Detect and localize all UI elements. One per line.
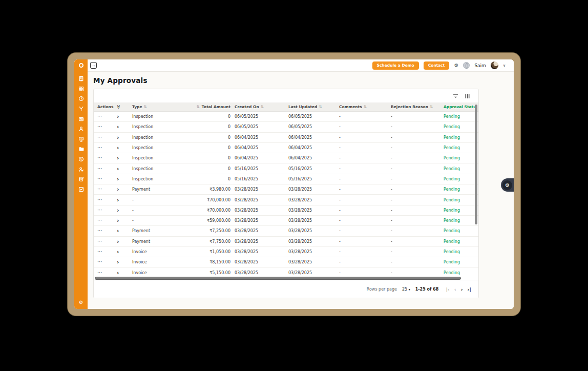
chevron-down-icon[interactable]: ∨ [503,64,506,68]
expand-all-icon[interactable]: ≫ [116,105,121,109]
sidebar-item-archive-icon[interactable] [76,174,86,184]
header-last-updated[interactable]: Last Updated⇅ [284,105,335,109]
row-actions-menu-icon[interactable]: ⋯ [97,208,103,213]
row-expand-icon[interactable]: › [117,228,119,234]
cell-comments: - [335,198,387,202]
sort-icon[interactable]: ⇅ [319,105,322,109]
cell-total-amount: 0 [196,135,230,140]
sidebar-item-modules-icon[interactable] [76,84,86,94]
row-expand-icon[interactable]: › [117,218,119,223]
app-logo[interactable] [74,59,88,72]
row-expand-icon[interactable]: › [117,124,119,130]
floating-settings-button[interactable]: ⚙ [501,178,514,192]
sidebar-item-line-chart-icon[interactable] [76,184,86,195]
sidebar-item-folder-icon[interactable] [76,144,86,154]
sidebar-settings-icon[interactable]: ⚙ [79,300,83,309]
sidebar-item-user-icon[interactable] [76,124,86,134]
row-actions-menu-icon[interactable]: ⋯ [97,156,103,160]
row-actions-menu-icon[interactable]: ⋯ [97,218,103,223]
table-row[interactable]: ⋯ › Inspection 0 05/16/2025 05/16/2025 -… [94,163,478,174]
table-row[interactable]: ⋯ › Inspection 0 06/05/2025 06/05/2025 -… [94,122,478,132]
table-row[interactable]: ⋯ › Invoice ₹1,050.00 03/28/2025 03/28/2… [94,247,478,257]
vertical-scrollbar[interactable] [475,105,477,224]
table-row[interactable]: ⋯ › Inspection 0 06/04/2025 06/04/2025 -… [94,143,478,153]
rows-per-page-select[interactable]: 25 ▾ [402,287,410,292]
header-created-on[interactable]: Created On⇅ [230,105,284,109]
header-approval-status[interactable]: Approval Status⇅ [439,105,475,109]
row-expand-icon[interactable]: › [117,239,119,244]
table-row[interactable]: ⋯ › - ₹59,000.00 03/28/2025 03/28/2025 -… [94,216,478,226]
row-actions-menu-icon[interactable]: ⋯ [97,250,103,254]
row-expand-icon[interactable]: › [117,145,119,151]
row-expand-icon[interactable]: › [117,135,119,140]
header-type[interactable]: Type⇅ [130,105,196,109]
sidebar-item-clock-icon[interactable] [76,94,86,104]
last-page-button[interactable]: ›| [468,286,471,292]
horizontal-scrollbar-thumb[interactable] [95,277,461,280]
table-row[interactable]: ⋯ › - ₹70,000.00 03/28/2025 03/28/2025 -… [94,195,478,205]
next-page-button[interactable]: › [461,286,463,292]
table-row[interactable]: ⋯ › Inspection 0 06/05/2025 06/05/2025 -… [94,112,478,122]
row-expand-icon[interactable]: › [117,155,119,161]
schedule-demo-button[interactable]: Schedule a Demo [372,61,419,70]
sidebar-item-id-card-icon[interactable] [76,114,86,124]
row-expand-icon[interactable]: › [117,208,119,213]
header-rejection-reason[interactable]: Rejection Reason⇅ [387,105,439,109]
sidebar-toggle-button[interactable]: → [90,62,97,69]
table-row[interactable]: ⋯ › Invoice ₹8,150.00 03/28/2025 03/28/2… [94,257,478,267]
row-expand-icon[interactable]: › [117,270,119,276]
table-row[interactable]: ⋯ › Payment ₹7,250.00 03/28/2025 03/28/2… [94,226,478,236]
row-expand-icon[interactable]: › [117,166,119,172]
row-expand-icon[interactable]: › [117,197,119,203]
horizontal-scrollbar[interactable] [94,277,475,281]
sort-icon[interactable]: ⇅ [144,105,147,109]
row-actions-menu-icon[interactable]: ⋯ [97,187,103,192]
row-expand-icon[interactable]: › [117,249,119,255]
row-expand-icon[interactable]: › [117,114,119,119]
row-actions-menu-icon[interactable]: ⋯ [97,114,103,119]
cell-last-updated: 06/04/2025 [284,135,335,140]
sort-icon[interactable]: ⇅ [261,105,264,109]
user-avatar[interactable] [491,61,498,69]
row-actions-menu-icon[interactable]: ⋯ [97,229,103,233]
columns-icon[interactable] [465,93,470,99]
header-total-amount[interactable]: ⇅Total Amount [196,105,230,109]
sort-icon[interactable]: ⇅ [364,105,367,109]
table-row[interactable]: ⋯ › Payment ₹3,980.00 03/28/2025 03/28/2… [94,184,478,195]
prev-page-button[interactable]: ‹ [454,286,456,292]
row-actions-menu-icon[interactable]: ⋯ [97,271,103,275]
header-expand-all[interactable]: ≫ [114,105,130,109]
first-page-button[interactable]: |‹ [446,286,449,292]
sidebar-item-board-chart-icon[interactable] [76,134,86,145]
row-actions-menu-icon[interactable]: ⋯ [97,177,103,181]
sidebar-item-pipeline-icon[interactable] [76,104,86,114]
row-actions-menu-icon[interactable]: ⋯ [97,239,103,244]
cell-created-on: 06/04/2025 [230,135,284,140]
sort-icon[interactable]: ⇅ [197,105,200,109]
row-actions-menu-icon[interactable]: ⋯ [97,198,103,202]
row-actions-menu-icon[interactable]: ⋯ [97,146,103,150]
sidebar-item-currency-icon[interactable] [76,154,86,164]
row-actions-menu-icon[interactable]: ⋯ [97,125,103,129]
row-actions-menu-icon[interactable]: ⋯ [97,135,103,140]
globe-icon[interactable] [463,62,470,69]
contact-button[interactable]: Contact [424,61,450,70]
sidebar-item-user-badge-icon[interactable] [76,164,86,174]
row-expand-icon[interactable]: › [117,176,119,182]
table-row[interactable]: ⋯ › Inspection 0 06/04/2025 06/04/2025 -… [94,133,478,143]
cell-comments: - [335,146,387,150]
table-row[interactable]: ⋯ › Inspection 0 05/16/2025 05/16/2025 -… [94,174,478,184]
sort-icon[interactable]: ⇅ [430,105,433,109]
row-actions-menu-icon[interactable]: ⋯ [97,167,103,171]
row-expand-icon[interactable]: › [117,259,119,265]
table-row[interactable]: ⋯ › - ₹70,000.00 03/28/2025 03/28/2025 -… [94,205,478,216]
row-expand-icon[interactable]: › [117,187,119,192]
table-row[interactable]: ⋯ › Inspection 0 06/04/2025 06/04/2025 -… [94,153,478,163]
row-actions-menu-icon[interactable]: ⋯ [97,260,103,264]
filter-icon[interactable] [453,93,458,99]
header-actions[interactable]: Actions [94,105,114,109]
settings-gear-icon[interactable]: ⚙ [454,63,458,68]
table-row[interactable]: ⋯ › Payment ₹7,750.00 03/28/2025 03/28/2… [94,237,478,247]
header-comments[interactable]: Comments⇅ [335,105,387,109]
sidebar-item-building-icon[interactable] [76,74,86,84]
